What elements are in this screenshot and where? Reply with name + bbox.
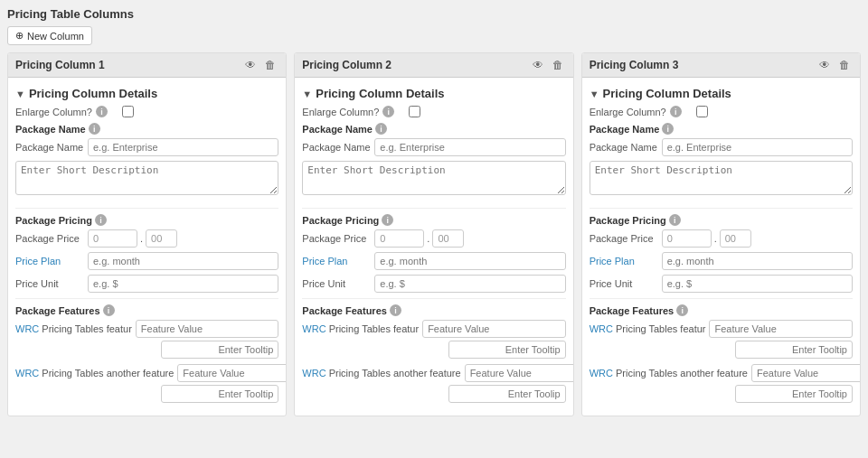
feature-link-1-1[interactable]: WRC (15, 323, 39, 334)
feature-link-3-1[interactable]: WRC (590, 323, 613, 334)
package-features-info-icon-3: i (676, 304, 688, 316)
price-plan-input-2[interactable] (374, 252, 565, 270)
feature-link-3-2[interactable]: WRC (590, 368, 613, 379)
column-eye-button-1[interactable]: 👁 (242, 58, 259, 72)
column-eye-button-3[interactable]: 👁 (816, 58, 833, 72)
column-panel-3: Pricing Column 3 👁 🗑 ▼ Pricing Column De… (581, 52, 861, 416)
tooltip-row-1-1 (15, 341, 278, 359)
price-integer-input-2[interactable] (374, 229, 424, 248)
feature-value-input-3-2[interactable] (751, 364, 860, 382)
tooltip-row-3-2 (590, 385, 853, 403)
feature-value-input-2-2[interactable] (465, 364, 573, 382)
package-features-title-3: Package Features (590, 305, 675, 316)
tooltip-input-3-1[interactable] (735, 341, 853, 359)
package-pricing-title-2: Package Pricing (302, 215, 379, 226)
tooltip-input-1-1[interactable] (161, 341, 278, 359)
feature-link-2-1[interactable]: WRC (302, 323, 326, 334)
package-price-row-1: Package Price . (15, 229, 278, 248)
short-desc-textarea-2[interactable] (302, 161, 565, 195)
feature-label-1-1: WRC Pricing Tables featur (15, 323, 132, 334)
tooltip-input-2-1[interactable] (448, 341, 566, 359)
section-toggle-details-2[interactable]: ▼ (302, 89, 312, 99)
enlarge-label-2: Enlarge Column? i (302, 106, 394, 117)
section-header-details-2: ▼ Pricing Column Details (302, 87, 565, 100)
column-delete-button-1[interactable]: 🗑 (262, 58, 278, 72)
price-plan-label-3: Price Plan (590, 256, 662, 266)
feature-label-2-2: WRC Pricing Tables another feature (302, 368, 460, 379)
package-features-section-1: Package Features i (15, 304, 278, 316)
price-integer-input-3[interactable] (662, 229, 712, 248)
feature-value-input-1-2[interactable] (177, 364, 286, 382)
price-unit-input-1[interactable] (88, 275, 278, 293)
package-name-input-2[interactable] (374, 138, 565, 156)
column-header-2: Pricing Column 2 👁 🗑 (295, 53, 572, 78)
feature-value-input-3-1[interactable] (709, 320, 853, 338)
tooltip-input-2-2[interactable] (448, 385, 566, 403)
package-name-label-1: Package Name (15, 142, 88, 153)
package-name-label-3: Package Name (590, 142, 662, 153)
enlarge-label-3: Enlarge Column? i (590, 106, 682, 117)
column-eye-button-2[interactable]: 👁 (530, 58, 546, 72)
package-name-input-3[interactable] (662, 138, 853, 156)
feature-link-2-2[interactable]: WRC (302, 368, 326, 379)
tooltip-input-1-2[interactable] (161, 385, 278, 403)
tooltip-row-2-2 (302, 385, 565, 403)
column-delete-button-3[interactable]: 🗑 (836, 58, 853, 72)
package-name-title-3: Package Name (590, 124, 660, 135)
feature-value-input-2-1[interactable] (422, 320, 566, 338)
enlarge-checkbox-3[interactable] (696, 106, 708, 117)
column-body-1: ▼ Pricing Column Details Enlarge Column?… (8, 78, 286, 416)
section-header-details-3: ▼ Pricing Column Details (590, 87, 853, 100)
tooltip-input-3-2[interactable] (735, 385, 853, 403)
column-header-actions-3: 👁 🗑 (816, 58, 853, 72)
price-inputs-2: . (374, 229, 565, 248)
price-plan-label-2: Price Plan (302, 256, 374, 266)
price-integer-input-1[interactable] (88, 229, 137, 248)
price-separator-2: . (427, 233, 429, 244)
price-plan-input-3[interactable] (662, 252, 853, 270)
price-unit-input-3[interactable] (662, 275, 853, 293)
new-column-button[interactable]: ⊕ New Column (7, 26, 92, 45)
package-features-section-2: Package Features i (302, 304, 565, 316)
price-unit-label-2: Price Unit (302, 278, 374, 289)
feature-link-1-2[interactable]: WRC (15, 368, 39, 379)
feature-value-input-1-1[interactable] (136, 320, 279, 338)
price-unit-input-2[interactable] (374, 275, 565, 293)
package-name-info-icon-3: i (662, 123, 674, 135)
short-desc-textarea-1[interactable] (15, 161, 278, 195)
enlarge-checkbox-1[interactable] (122, 106, 134, 117)
enlarge-info-icon-3: i (670, 106, 682, 117)
price-plan-input-1[interactable] (88, 252, 278, 270)
price-plan-row-1: Price Plan (15, 252, 278, 270)
package-pricing-section-3: Package Pricing i (590, 214, 853, 226)
columns-container: Pricing Column 1 👁 🗑 ▼ Pricing Column De… (7, 52, 861, 416)
price-decimal-input-1[interactable] (146, 229, 177, 248)
price-decimal-input-3[interactable] (720, 229, 751, 248)
package-features-info-icon-1: i (103, 304, 115, 316)
package-name-title-2: Package Name (302, 124, 373, 135)
package-name-section-1: Package Name i (15, 123, 278, 135)
package-name-input-1[interactable] (88, 138, 278, 156)
section-toggle-details-1[interactable]: ▼ (15, 89, 25, 99)
column-panel-2: Pricing Column 2 👁 🗑 ▼ Pricing Column De… (294, 52, 573, 416)
price-decimal-input-2[interactable] (432, 229, 464, 248)
package-name-section-2: Package Name i (302, 123, 565, 135)
column-header-title-3: Pricing Column 3 (590, 59, 679, 71)
package-pricing-info-icon-3: i (669, 214, 681, 226)
price-separator-1: . (140, 233, 143, 244)
price-inputs-3: . (662, 229, 853, 248)
enlarge-row-1: Enlarge Column? i (15, 106, 278, 117)
new-column-label: New Column (27, 31, 84, 42)
tooltip-row-3-1 (590, 341, 853, 359)
feature-label-3-1: WRC Pricing Tables featur (590, 323, 706, 334)
column-header-actions-2: 👁 🗑 (530, 58, 566, 72)
feature-block-3-1: WRC Pricing Tables featur (590, 320, 853, 359)
column-delete-button-2[interactable]: 🗑 (550, 58, 566, 72)
price-unit-label-1: Price Unit (15, 278, 88, 289)
feature-row-3-1: WRC Pricing Tables featur (590, 320, 853, 338)
enlarge-checkbox-2[interactable] (409, 106, 420, 117)
price-unit-row-1: Price Unit (15, 275, 278, 293)
section-toggle-details-3[interactable]: ▼ (590, 89, 599, 99)
short-desc-textarea-3[interactable] (590, 161, 853, 195)
section-title-details-1: Pricing Column Details (29, 87, 157, 100)
